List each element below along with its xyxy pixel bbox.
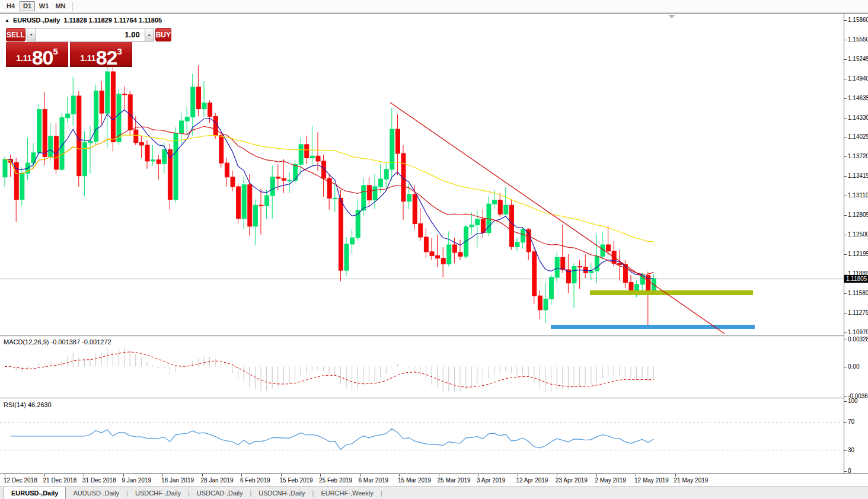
date-label: 12 Apr 2019: [516, 477, 548, 484]
axis-tick-mark: [844, 59, 847, 60]
date-tick-mark: [636, 474, 636, 476]
candles: [3, 65, 656, 326]
tab-usdchf-daily[interactable]: USDCHF-,Daily: [128, 487, 188, 499]
date-label: 12 Dec 2018: [4, 477, 37, 484]
date-tick-mark: [675, 474, 676, 476]
timeframe-button-d1[interactable]: D1: [20, 1, 35, 11]
axis-tick-mark: [844, 450, 847, 451]
price-tick-label: 1.12500: [848, 231, 868, 238]
price-tick-label: 70: [848, 418, 854, 425]
date-label: 21 May 2019: [674, 477, 709, 484]
ask-sup: 3: [117, 46, 122, 56]
axis-tick-mark: [844, 20, 847, 21]
tab-eurchf-weekly[interactable]: EURCHF-,Weekly: [314, 487, 380, 499]
symbol-tab-bar: EURUSD-,DailyAUDUSD-,Daily|USDCHF-,Daily…: [0, 487, 868, 499]
date-tick-mark: [202, 474, 203, 476]
axis-tick-mark: [844, 367, 847, 367]
date-tick-mark: [360, 474, 360, 476]
date-label: 2 May 2019: [595, 477, 626, 484]
axis-tick-mark: [844, 79, 847, 79]
timeframe-button-mn[interactable]: MN: [53, 1, 68, 11]
date-tick-mark: [596, 474, 597, 476]
volume-decrease-button[interactable]: ▼: [27, 28, 36, 41]
price-tick-label: 0.003287: [848, 336, 868, 343]
chart-window: ▲ EURUSD-,Daily 1.11828 1.11829 1.11764 …: [0, 13, 868, 487]
ask-prefix: 1.11: [80, 53, 95, 63]
collapse-arrow-icon[interactable]: ▲: [5, 18, 9, 23]
price-tick-label: 1.10970: [848, 329, 868, 335]
date-tick-mark: [123, 474, 124, 476]
chart-shift-marker-icon: [668, 15, 675, 18]
tab-audusd-daily[interactable]: AUDUSD-,Daily: [66, 487, 126, 499]
axis-tick-mark: [844, 40, 847, 40]
buy-button[interactable]: BUY: [155, 28, 171, 41]
date-label: 31 Dec 2018: [82, 477, 116, 484]
price-tick-label: 1.15860: [848, 17, 868, 23]
price-tick-label: 1.14025: [848, 133, 868, 140]
support-zone-green[interactable]: [590, 290, 753, 295]
axis-tick-mark: [844, 156, 847, 157]
macd-canvas[interactable]: [0, 337, 844, 396]
date-label: 25 Mar 2019: [438, 477, 471, 484]
date-label: 25 Feb 2019: [319, 477, 352, 484]
date-label: 23 Apr 2019: [556, 477, 588, 484]
timeframe-button-h4[interactable]: H4: [3, 1, 18, 11]
tab-usdcnh-daily[interactable]: USDCNH-,Daily: [251, 487, 312, 499]
ohlc-quotes: 1.11828 1.11829 1.11764 1.11805: [63, 17, 162, 24]
macd-pane[interactable]: [0, 337, 844, 396]
ask-price-tile[interactable]: 1.11823: [70, 42, 132, 67]
symbol-title: EURUSD-,Daily: [13, 17, 60, 24]
price-tick-label: 1.15245: [848, 56, 868, 62]
date-label: 18 Jan 2019: [161, 477, 194, 484]
date-tick-mark: [84, 474, 84, 476]
date-label: 15 Mar 2019: [398, 477, 431, 484]
axis-tick-mark: [844, 254, 847, 255]
date-label: 12 May 2019: [634, 477, 669, 484]
one-click-trading-panel: SELL ▼ ▲ BUY 1.11805 1.11823: [6, 28, 132, 67]
descending-trendline[interactable]: [390, 103, 725, 334]
rsi-label: RSI(14) 46.2630: [4, 401, 52, 408]
axis-tick-mark: [844, 137, 847, 137]
volume-input[interactable]: [36, 28, 145, 41]
price-tick-label: 1.14940: [848, 75, 868, 82]
toolbar-separator: [72, 2, 73, 11]
rsi-pane[interactable]: [0, 399, 844, 474]
date-tick-mark: [162, 474, 163, 476]
tab-eurusd-daily[interactable]: EURUSD-,Daily: [4, 487, 66, 499]
volume-increase-button[interactable]: ▲: [145, 28, 154, 41]
sell-button[interactable]: SELL: [6, 28, 25, 41]
bid-price-tile[interactable]: 1.11805: [6, 42, 68, 67]
axis-tick-mark: [844, 215, 847, 216]
date-axis[interactable]: 12 Dec 201821 Dec 201831 Dec 20189 Jan 2…: [0, 474, 868, 487]
rsi-canvas[interactable]: [0, 399, 844, 474]
price-tick-label: 1.12195: [848, 251, 868, 257]
axis-tick-mark: [844, 401, 847, 402]
date-label: 6 Mar 2019: [359, 477, 389, 484]
date-label: 9 Jan 2019: [122, 477, 152, 484]
axis-tick-mark: [844, 98, 847, 99]
date-tick-mark: [241, 474, 242, 476]
axis-tick-mark: [844, 274, 847, 274]
chart-title: ▲ EURUSD-,Daily 1.11828 1.11829 1.11764 …: [5, 17, 162, 24]
axis-tick-mark: [844, 396, 847, 397]
tab-usdcad-daily[interactable]: USDCAD-,Daily: [190, 487, 250, 499]
mt4-window: { "toolbar": { "timeframes": [ {"label":…: [0, 0, 868, 499]
date-tick-mark: [518, 474, 518, 476]
timeframe-toolbar: H4D1W1MN: [0, 0, 868, 12]
bid-sup: 5: [53, 46, 58, 56]
price-tick-label: 0.00: [848, 363, 859, 370]
price-tick-label: 1.11275: [848, 309, 868, 316]
date-tick-mark: [478, 474, 478, 476]
price-tick-label: 1.14635: [848, 95, 868, 101]
date-label: 28 Jan 2019: [201, 477, 234, 484]
timeframe-button-w1[interactable]: W1: [36, 1, 52, 11]
tab-separator: |: [381, 487, 382, 499]
axis-tick-mark: [844, 471, 847, 472]
price-axis[interactable]: 1.158601.155501.152451.149401.146351.143…: [844, 14, 868, 474]
price-tick-label: 1.13110: [848, 192, 868, 199]
price-tick-label: 1.13720: [848, 153, 868, 159]
date-tick-mark: [439, 474, 439, 476]
date-tick-mark: [320, 474, 321, 476]
price-tick-label: 1.15550: [848, 36, 868, 43]
support-zone-blue[interactable]: [551, 325, 755, 329]
